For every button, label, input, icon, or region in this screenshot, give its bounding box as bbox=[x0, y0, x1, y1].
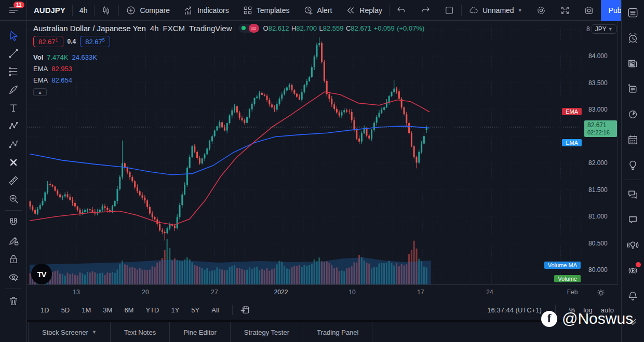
time-tick: 10 bbox=[348, 289, 355, 296]
legend-interval[interactable]: 4h bbox=[150, 24, 159, 33]
replay-button[interactable]: Replay bbox=[339, 0, 389, 21]
alert-button[interactable]: Alert bbox=[297, 0, 339, 21]
market-status-pill[interactable] bbox=[238, 24, 259, 33]
notifications-button[interactable] bbox=[622, 283, 644, 309]
price-tick: 80.000 bbox=[588, 266, 608, 273]
hide-drawings-tool[interactable] bbox=[4, 268, 23, 286]
drawing-toolbar bbox=[0, 21, 27, 342]
zoom-in-tool[interactable] bbox=[4, 189, 23, 208]
text-notes-button[interactable] bbox=[622, 76, 644, 102]
notes-icon bbox=[627, 83, 639, 95]
private-chat-button[interactable] bbox=[622, 207, 644, 232]
market-open-dot-icon bbox=[242, 26, 246, 30]
symbol-search-button[interactable]: AUDJPY bbox=[27, 0, 72, 21]
range-button-all[interactable]: All bbox=[207, 304, 223, 316]
streams-button[interactable] bbox=[622, 258, 644, 283]
remove-drawings-tool[interactable] bbox=[4, 153, 23, 171]
tab-pine-editor[interactable]: Pine Editor bbox=[170, 322, 231, 342]
chart-pane[interactable]: Australian Dollar / Japanese Yen 4h FXCM… bbox=[27, 21, 583, 284]
range-button-3m[interactable]: 3M bbox=[99, 304, 116, 316]
redo-button[interactable] bbox=[413, 0, 437, 21]
symbol-title[interactable]: Australian Dollar / Japanese Yen bbox=[33, 24, 146, 33]
notification-count-badge: 11 bbox=[14, 2, 24, 8]
closex-icon bbox=[8, 157, 19, 168]
price-axis[interactable]: 8 JPY▼ 84.00083.50083.00082.00081.50081.… bbox=[583, 21, 618, 284]
clock-timezone-button[interactable]: 16:37:44 (UTC+1) bbox=[487, 306, 541, 314]
ema-slow-row[interactable]: EMA 82.953 bbox=[33, 63, 424, 74]
live-indicator-dot bbox=[636, 262, 641, 267]
current-price-label: 82.671 02:22:16 bbox=[584, 120, 617, 137]
volume-study-row[interactable]: Vol 7.474K 24.633K bbox=[33, 51, 424, 63]
bulb-icon bbox=[627, 159, 639, 171]
tab-trading-panel[interactable]: Trading Panel bbox=[303, 322, 372, 342]
main-menu-button[interactable]: 11 bbox=[0, 0, 27, 21]
alerts-button[interactable] bbox=[622, 25, 644, 51]
lock-drawings-tool[interactable] bbox=[4, 250, 23, 268]
go-to-date-icon bbox=[240, 305, 250, 315]
range-button-1d[interactable]: 1D bbox=[36, 304, 53, 316]
pencillock-icon bbox=[8, 235, 19, 247]
chart-settings-button[interactable] bbox=[529, 0, 553, 21]
tradingview-logo[interactable]: TV bbox=[31, 264, 52, 284]
fib-retracement-tool[interactable] bbox=[4, 62, 23, 80]
bid-ask-row: 82.671 0.4 82.675 bbox=[33, 36, 424, 47]
volume-ma-tag: Volume MA bbox=[544, 262, 581, 269]
axis-settings-corner[interactable] bbox=[583, 285, 618, 300]
snapshot-button[interactable] bbox=[577, 0, 601, 21]
magnet-tool[interactable] bbox=[4, 213, 23, 231]
cursor-tool[interactable] bbox=[4, 26, 23, 44]
indicators-icon bbox=[183, 5, 194, 16]
legend-collapse-button[interactable]: ▲ bbox=[33, 88, 47, 96]
public-chats-button[interactable] bbox=[622, 182, 644, 207]
remove-objects-tool[interactable] bbox=[4, 292, 23, 310]
time-axis[interactable]: 1320272022101724Feb bbox=[27, 284, 618, 300]
watchlist-button[interactable] bbox=[622, 0, 644, 25]
range-button-5d[interactable]: 5D bbox=[57, 304, 74, 316]
alert-clock-icon bbox=[303, 5, 314, 16]
chart-style-button[interactable] bbox=[95, 0, 118, 21]
trash-icon bbox=[8, 295, 19, 307]
news-button[interactable] bbox=[622, 51, 644, 76]
ask-price-button[interactable]: 82.675 bbox=[80, 36, 110, 47]
undo-button[interactable] bbox=[390, 0, 413, 21]
templates-button[interactable]: Templates bbox=[236, 0, 297, 21]
range-button-6m[interactable]: 6M bbox=[120, 304, 138, 316]
cloud-layout-button[interactable]: Unnamed ▼ bbox=[462, 0, 529, 21]
compare-button[interactable]: Compare bbox=[119, 0, 177, 21]
go-to-date-button[interactable] bbox=[238, 303, 252, 317]
fullscreen-button[interactable] bbox=[553, 0, 577, 21]
trend-line-tool[interactable] bbox=[4, 44, 23, 62]
range-button-ytd[interactable]: YTD bbox=[141, 304, 163, 316]
toolbar-divider bbox=[5, 289, 22, 289]
indicators-button[interactable]: Indicators bbox=[177, 0, 236, 21]
hotlists-button[interactable] bbox=[622, 102, 644, 127]
brush-tool[interactable] bbox=[4, 80, 23, 99]
ideas-stream-button[interactable] bbox=[622, 232, 644, 258]
facebook-icon: f bbox=[541, 311, 557, 327]
layout-select-button[interactable] bbox=[437, 0, 461, 21]
tab-strategy-tester[interactable]: Strategy Tester bbox=[231, 322, 303, 342]
interval-button[interactable]: 4h bbox=[73, 0, 95, 21]
news-icon bbox=[627, 58, 639, 70]
ema-slow-tag: EMA bbox=[562, 108, 582, 115]
xabcd-pattern-tool[interactable] bbox=[4, 117, 23, 135]
range-button-5y[interactable]: 5Y bbox=[187, 304, 204, 316]
drawing-mode-tool[interactable] bbox=[4, 231, 23, 250]
ema-fast-row[interactable]: EMA 82.654 bbox=[33, 74, 424, 86]
tab-stock-screener[interactable]: Stock Screener▼ bbox=[28, 322, 111, 342]
legend-menu-icon bbox=[249, 24, 259, 33]
gear-icon bbox=[536, 5, 546, 16]
cloud-icon bbox=[468, 5, 479, 16]
measure-tool[interactable] bbox=[4, 171, 23, 189]
text-tool[interactable] bbox=[4, 99, 23, 117]
currency-dropdown[interactable]: JPY▼ bbox=[592, 24, 616, 34]
tab-text-notes[interactable]: Text Notes bbox=[111, 322, 170, 342]
text-icon bbox=[8, 102, 19, 114]
bid-price-button[interactable]: 82.671 bbox=[33, 36, 63, 47]
ideas-button[interactable] bbox=[622, 153, 644, 178]
range-button-1m[interactable]: 1M bbox=[77, 304, 95, 316]
hotlist-icon bbox=[627, 108, 639, 120]
calendar-button[interactable] bbox=[622, 127, 644, 153]
range-button-1y[interactable]: 1Y bbox=[167, 304, 183, 316]
forecast-tool[interactable] bbox=[4, 135, 23, 153]
